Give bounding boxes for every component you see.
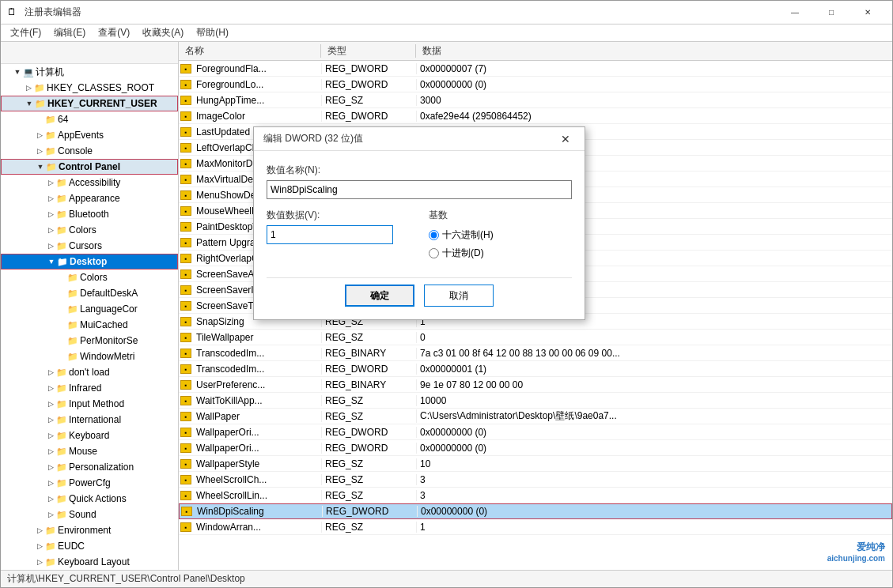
folder-icon-desktop: 📁 bbox=[57, 257, 68, 267]
tree-item-eudc[interactable]: ▷📁EUDC bbox=[1, 538, 178, 554]
tree-expand-keyboard-layout[interactable]: ▷ bbox=[34, 558, 45, 566]
close-button[interactable]: ✕ bbox=[849, 1, 886, 24]
tree-expand-environment[interactable]: ▷ bbox=[34, 526, 45, 534]
tree-expand-mouse[interactable]: ▷ bbox=[45, 447, 56, 455]
tree-expand-dont-load[interactable]: ▷ bbox=[45, 368, 56, 376]
tree-item-bluetooth[interactable]: ▷📁Bluetooth bbox=[1, 206, 178, 222]
tree-item-hkey-classes-root[interactable]: ▷📁HKEY_CLASSES_ROOT bbox=[1, 80, 178, 96]
ok-button[interactable]: 确定 bbox=[345, 285, 414, 307]
registry-row-windowarran[interactable]: ▪WindowArran...REG_SZ1 bbox=[179, 519, 892, 535]
tree-item-international[interactable]: ▷📁International bbox=[1, 412, 178, 428]
tree-item-computer[interactable]: ▼💻计算机 bbox=[1, 64, 178, 80]
tree-item-accessibility[interactable]: ▷📁Accessibility bbox=[1, 175, 178, 190]
registry-row-userpreferen[interactable]: ▪UserPreferenc...REG_BINARY9e 1e 07 80 1… bbox=[179, 377, 892, 393]
tree-expand-accessibility[interactable]: ▷ bbox=[45, 179, 56, 187]
tree-expand-colors[interactable]: ▷ bbox=[45, 226, 56, 234]
value-name-input[interactable] bbox=[267, 180, 572, 199]
registry-row-wheelscrollin[interactable]: ▪WheelScrollLin...REG_SZ3 bbox=[179, 488, 892, 503]
hex-radio[interactable] bbox=[429, 230, 439, 240]
tree-item-powercfg[interactable]: ▷📁PowerCfg bbox=[1, 475, 178, 491]
tree-item-muicached[interactable]: 📁MuiCached bbox=[1, 317, 178, 333]
tree-expand-appevents[interactable]: ▷ bbox=[34, 131, 45, 139]
tree-expand-cursors[interactable]: ▷ bbox=[45, 242, 56, 250]
registry-row-wallpaperstyle[interactable]: ▪WallpaperStyleREG_SZ10 bbox=[179, 456, 892, 472]
hex-radio-label[interactable]: 十六进制(H) bbox=[429, 228, 572, 242]
value-name-label: 数值名称(N): bbox=[267, 164, 572, 177]
tree-item-desktop[interactable]: ▼📁Desktop bbox=[1, 254, 178, 270]
value-data-input[interactable] bbox=[267, 225, 393, 244]
dec-radio-label[interactable]: 十进制(D) bbox=[429, 247, 572, 260]
folder-icon-computer: 💻 bbox=[23, 67, 34, 77]
tree-item-permonitor[interactable]: 📁PerMonitorSe bbox=[1, 333, 178, 349]
tree-label-hkey-current-user: HKEY_CURRENT_USER bbox=[47, 98, 157, 109]
tree-item-hkey-current-user[interactable]: ▼📁HKEY_CURRENT_USER bbox=[1, 96, 178, 111]
dialog-close-button[interactable]: ✕ bbox=[556, 130, 575, 149]
tree-expand-powercfg[interactable]: ▷ bbox=[45, 479, 56, 487]
tree-item-colors[interactable]: ▷📁Colors bbox=[1, 222, 178, 238]
maximize-button[interactable]: □ bbox=[813, 1, 849, 24]
tree-item-environment[interactable]: ▷📁Environment bbox=[1, 522, 178, 538]
tree-item-cursors[interactable]: ▷📁Cursors bbox=[1, 238, 178, 254]
registry-row-wheelscrollch[interactable]: ▪WheelScrollCh...REG_SZ3 bbox=[179, 472, 892, 488]
tree-expand-console[interactable]: ▷ bbox=[34, 147, 45, 155]
tree-item-appevents[interactable]: ▷📁AppEvents bbox=[1, 127, 178, 143]
tree-item-desktop-colors[interactable]: 📁Colors bbox=[1, 270, 178, 285]
registry-row-foregroundlo[interactable]: ▪ForegroundLo...REG_DWORD0x00000000 (0) bbox=[179, 77, 892, 92]
tree-label-hkey-classes-root: HKEY_CLASSES_ROOT bbox=[47, 82, 154, 93]
menu-item-编辑(E)[interactable]: 编辑(E) bbox=[47, 24, 92, 41]
registry-row-wallpaperorig1[interactable]: ▪WallpaperOri...REG_DWORD0x00000000 (0) bbox=[179, 424, 892, 440]
tree-expand-quick-actions[interactable]: ▷ bbox=[45, 495, 56, 503]
tree-item-control-panel[interactable]: ▼📁Control Panel bbox=[1, 159, 178, 175]
tree-expand-sound[interactable]: ▷ bbox=[45, 511, 56, 518]
tree-expand-international[interactable]: ▷ bbox=[45, 416, 56, 424]
tree-expand-appearance[interactable]: ▷ bbox=[45, 194, 56, 202]
tree-item-languagecor[interactable]: 📁LanguageCor bbox=[1, 301, 178, 317]
registry-row-transcodedim1[interactable]: ▪TranscodedIm...REG_BINARY7a c3 01 00 8f… bbox=[179, 345, 892, 361]
tree-item-dont-load[interactable]: ▷📁don't load bbox=[1, 364, 178, 380]
tree-item-personalization[interactable]: ▷📁Personalization bbox=[1, 459, 178, 475]
registry-icon-patternupgra: ▪ bbox=[179, 238, 193, 247]
tree-expand-computer[interactable]: ▼ bbox=[12, 68, 23, 76]
dec-radio[interactable] bbox=[429, 248, 439, 258]
tree-item-sound[interactable]: ▷📁Sound bbox=[1, 507, 178, 522]
tree-item-keyboard[interactable]: ▷📁Keyboard bbox=[1, 428, 178, 443]
tree-expand-hkey-current-user[interactable]: ▼ bbox=[24, 100, 35, 107]
tree-expand-hkey-classes-root[interactable]: ▷ bbox=[23, 84, 34, 92]
cancel-button[interactable]: 取消 bbox=[424, 285, 494, 307]
menu-item-文件(F)[interactable]: 文件(F) bbox=[4, 24, 47, 41]
tree-item-mouse[interactable]: ▷📁Mouse bbox=[1, 443, 178, 459]
registry-row-wallpaper[interactable]: ▪WallPaperREG_SZC:\Users\Administrator\D… bbox=[179, 409, 892, 424]
registry-row-imagecolor[interactable]: ▪ImageColorREG_DWORD0xafe29e44 (29508644… bbox=[179, 108, 892, 124]
tree-item-console[interactable]: ▷📁Console bbox=[1, 143, 178, 159]
folder-icon-international: 📁 bbox=[56, 415, 67, 425]
tree-expand-eudc[interactable]: ▷ bbox=[34, 542, 45, 550]
menu-item-收藏夹(A)[interactable]: 收藏夹(A) bbox=[136, 24, 190, 41]
tree-item-appearance[interactable]: ▷📁Appearance bbox=[1, 190, 178, 206]
tree-item-quick-actions[interactable]: ▷📁Quick Actions bbox=[1, 491, 178, 507]
registry-row-foregroundfla[interactable]: ▪ForegroundFla...REG_DWORD0x00000007 (7) bbox=[179, 61, 892, 77]
tree-expand-personalization[interactable]: ▷ bbox=[45, 463, 56, 471]
menu-item-帮助(H)[interactable]: 帮助(H) bbox=[190, 24, 235, 41]
tree-expand-desktop[interactable]: ▼ bbox=[46, 258, 57, 266]
registry-row-waittokillapp[interactable]: ▪WaitToKillApp...REG_SZ10000 bbox=[179, 393, 892, 409]
minimize-button[interactable]: — bbox=[777, 1, 813, 24]
tree-expand-keyboard[interactable]: ▷ bbox=[45, 432, 56, 439]
tree-label-defaultdeska: DefaultDeskA bbox=[80, 288, 138, 299]
tree-item-64[interactable]: 📁64 bbox=[1, 111, 178, 127]
registry-row-transcodedim2[interactable]: ▪TranscodedIm...REG_DWORD0x00000001 (1) bbox=[179, 361, 892, 377]
tree-expand-bluetooth[interactable]: ▷ bbox=[45, 210, 56, 218]
tree-item-keyboard-layout[interactable]: ▷📁Keyboard Layout bbox=[1, 554, 178, 570]
tree-expand-input-method[interactable]: ▷ bbox=[45, 400, 56, 408]
tree-expand-infrared[interactable]: ▷ bbox=[45, 384, 56, 392]
registry-row-hungapptime[interactable]: ▪HungAppTime...REG_SZ3000 bbox=[179, 92, 892, 108]
registry-row-win8dpiscaling[interactable]: ▪Win8DpiScalingREG_DWORD0x00000000 (0) bbox=[179, 503, 892, 519]
tree-expand-control-panel[interactable]: ▼ bbox=[35, 163, 46, 171]
tree-item-infrared[interactable]: ▷📁Infrared bbox=[1, 380, 178, 396]
menu-item-查看(V)[interactable]: 查看(V) bbox=[92, 24, 136, 41]
registry-row-wallpaperorig2[interactable]: ▪WallpaperOri...REG_DWORD0x00000000 (0) bbox=[179, 440, 892, 456]
folder-icon-eudc: 📁 bbox=[45, 541, 56, 552]
tree-item-windowmetri[interactable]: 📁WindowMetri bbox=[1, 349, 178, 364]
tree-item-input-method[interactable]: ▷📁Input Method bbox=[1, 396, 178, 412]
tree-item-defaultdeska[interactable]: 📁DefaultDeskA bbox=[1, 285, 178, 301]
registry-row-tilewallpaper[interactable]: ▪TileWallpaperREG_SZ0 bbox=[179, 330, 892, 345]
